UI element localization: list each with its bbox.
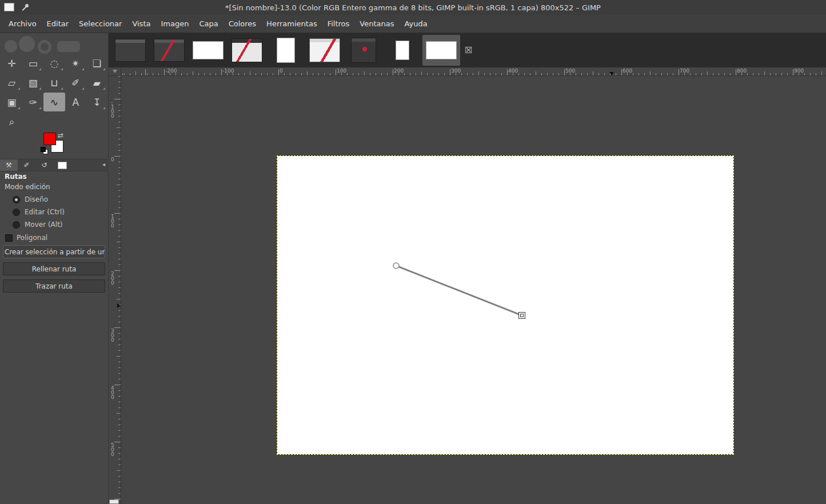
ruler-corner-button[interactable] <box>109 67 121 76</box>
ruler-label: 600 <box>623 68 632 74</box>
radio-label: Editar (Ctrl) <box>25 208 65 216</box>
paths-buttons: Crear selección a partir de una ruRellen… <box>0 245 109 297</box>
tab-device-status[interactable]: ✐ <box>18 159 35 171</box>
tool-zoom-icon[interactable]: ⌕ <box>1 112 22 131</box>
tool-text-icon[interactable]: A <box>65 93 86 111</box>
ruler-label: 0 <box>280 68 283 74</box>
image-thumbnail <box>193 41 224 59</box>
tool-move-icon[interactable]: ✛ <box>1 54 22 73</box>
image-tab-2[interactable] <box>150 35 188 66</box>
tool-paths-icon[interactable]: ∿ <box>43 93 65 111</box>
checkbox-box[interactable] <box>5 234 13 242</box>
tool-warp-transform-icon[interactable]: ▧ <box>22 73 43 92</box>
tab-image-thumbnail[interactable] <box>53 159 71 171</box>
tool-paintbrush-icon[interactable]: ✐ <box>65 73 86 92</box>
ruler-label: 5 0 0 <box>111 443 114 457</box>
default-colors-icon[interactable] <box>41 147 47 154</box>
tool-ink-icon[interactable]: ✑ <box>22 93 43 111</box>
foreground-color-swatch[interactable] <box>43 133 56 145</box>
titlebar-icons <box>4 3 29 11</box>
image-thumbnail <box>277 38 295 63</box>
layer-boundary <box>277 155 734 455</box>
image-tabstrip: ☒ <box>109 33 826 67</box>
tool-transform-icon[interactable]: ▱ <box>1 73 22 92</box>
vertical-ruler[interactable]: - 1 0 001 0 02 0 03 0 04 0 05 0 06 0 0 <box>109 76 121 504</box>
image-tab-5[interactable] <box>267 35 305 66</box>
polygonal-checkbox-row[interactable]: Poligonal <box>5 233 47 243</box>
ruler-label: 800 <box>737 68 747 74</box>
tool-bucket-fill-icon[interactable]: ⊔ <box>43 73 65 92</box>
tool-eraser-icon[interactable]: ▰ <box>86 73 107 92</box>
ruler-label: -100 <box>222 68 234 74</box>
ruler-label: 2 0 0 <box>111 271 114 285</box>
image-thumbnail <box>232 38 262 62</box>
edit-mode-radios: DiseñoEditar (Ctrl)Mover (Alt) <box>0 193 109 231</box>
edit-mode-label: Modo edición <box>5 183 50 191</box>
menu-seleccionar[interactable]: Seleccionar <box>74 17 127 31</box>
image-thumbnail <box>115 39 146 62</box>
tab-tool-options[interactable]: ⚒ <box>0 159 18 171</box>
path-overlay <box>277 156 733 454</box>
image-thumbnail <box>396 41 409 60</box>
image-tab-1[interactable] <box>111 35 149 66</box>
image-tab-3[interactable] <box>189 35 227 66</box>
ruler-label: 4 0 0 <box>111 386 114 399</box>
menu-filtros[interactable]: Filtros <box>322 17 355 31</box>
ruler-label: 100 <box>337 68 346 74</box>
horizontal-ruler[interactable]: -200-1000100200300400500600700800900 <box>121 67 826 76</box>
radio-label: Mover (Alt) <box>25 221 63 229</box>
menu-imagen[interactable]: Imagen <box>155 17 194 31</box>
image-tab-6[interactable] <box>306 35 344 66</box>
radio-editar-ctrl[interactable]: Editar (Ctrl) <box>0 206 109 218</box>
ruler-label: 3 0 0 <box>111 329 114 342</box>
image-tab-8[interactable] <box>384 35 421 66</box>
radio-dot <box>13 221 20 229</box>
menu-vista[interactable]: Vista <box>127 17 155 31</box>
gimp-wilber-watermark <box>3 35 89 54</box>
close-image-icon[interactable]: ☒ <box>465 45 472 55</box>
menu-ventanas[interactable]: Ventanas <box>354 17 399 31</box>
titlebar: *[Sin nombre]-13.0 (Color RGB Entero gam… <box>0 0 826 15</box>
quick-mask-toggle[interactable] <box>109 499 119 504</box>
dock-menu-icon[interactable]: ◂ <box>102 161 105 167</box>
tool-grid: ✛▭◌✴❏▱▧⊔✐▰▣✑∿A↧⌕ <box>1 54 107 131</box>
menu-ayuda[interactable]: Ayuda <box>399 17 432 31</box>
menu-capa[interactable]: Capa <box>194 17 223 31</box>
pin-icon[interactable] <box>21 3 29 11</box>
path-segment-inner <box>396 266 522 315</box>
path-anchor-start <box>393 263 399 269</box>
swap-colors-icon[interactable]: ⇄ <box>58 131 63 139</box>
checkbox-label: Poligonal <box>17 234 47 242</box>
image-thumbnail <box>426 41 457 59</box>
tool-free-select-icon[interactable]: ◌ <box>43 54 65 73</box>
canvas[interactable] <box>277 156 733 454</box>
image-tab-7[interactable] <box>345 35 382 66</box>
ruler-label: 300 <box>451 68 461 74</box>
panel-title: Rutas <box>5 173 27 181</box>
ruler-label: 700 <box>680 68 689 74</box>
ruler-label: 200 <box>394 68 404 74</box>
ruler-label: 1 0 0 <box>111 214 114 228</box>
radio-diseno[interactable]: Diseño <box>0 193 109 206</box>
tool-clone-icon[interactable]: ▣ <box>1 93 22 111</box>
tool-rectangle-select-icon[interactable]: ▭ <box>22 54 43 73</box>
menu-colores[interactable]: Colores <box>224 17 261 31</box>
ruler-label: -200 <box>165 68 177 74</box>
button-rellenar-ruta[interactable]: Rellenar ruta <box>3 262 105 275</box>
tab-undo-history[interactable]: ↺ <box>35 159 53 171</box>
button-crear-seleccion-a-partir-de-una-ru[interactable]: Crear selección a partir de una ru <box>3 245 105 258</box>
tool-crop-icon[interactable]: ❏ <box>86 54 107 73</box>
menu-editar[interactable]: Editar <box>42 17 74 31</box>
tool-color-picker-icon[interactable]: ↧ <box>86 93 107 111</box>
radio-mover-alt[interactable]: Mover (Alt) <box>0 218 109 231</box>
ruler-label: 400 <box>508 68 518 74</box>
path-anchor-end <box>519 313 525 319</box>
image-tab-9[interactable] <box>422 35 460 66</box>
menu-herramientas[interactable]: Herramientas <box>261 17 322 31</box>
image-thumbnail <box>351 38 376 63</box>
menu-archivo[interactable]: Archivo <box>3 17 42 31</box>
image-tab-4[interactable] <box>228 35 266 66</box>
button-trazar-ruta[interactable]: Trazar ruta <box>3 279 105 293</box>
dock-tab-bar: ⚒✐↺ <box>0 159 109 171</box>
tool-fuzzy-select-icon[interactable]: ✴ <box>65 54 86 73</box>
